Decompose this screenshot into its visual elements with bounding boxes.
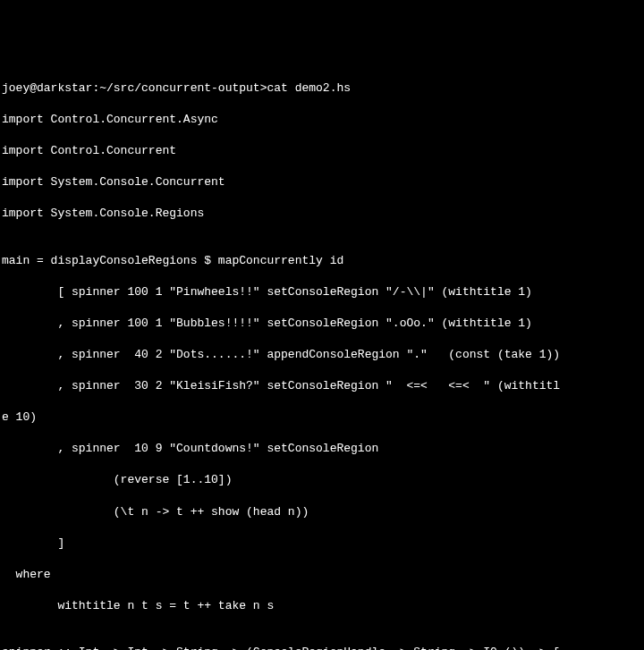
code-line: [ spinner 100 1 "Pinwheels!!" setConsole…	[2, 284, 642, 300]
code-line: (\t n -> t ++ show (head n))	[2, 504, 642, 520]
code-line: import System.Console.Concurrent	[2, 174, 642, 190]
code-line: e 10)	[2, 409, 642, 426]
code-line: import Control.Concurrent.Async	[2, 112, 642, 128]
code-line: , spinner 10 9 "Countdowns!" setConsoleR…	[2, 441, 642, 457]
code-line: main = displayConsoleRegions $ mapConcur…	[2, 253, 642, 269]
terminal-window[interactable]: joey@darkstar:~/src/concurrent-output>ca…	[2, 64, 642, 650]
code-line: , spinner 40 2 "Dots......!" appendConso…	[2, 347, 642, 363]
prompt-line: joey@darkstar:~/src/concurrent-output>ca…	[2, 80, 642, 97]
code-line: withtitle n t s = t ++ take n s	[2, 598, 642, 614]
code-line: import System.Console.Regions	[2, 206, 642, 222]
code-line: where	[2, 567, 642, 583]
code-line: , spinner 30 2 "KleisiFish?" setConsoleR…	[2, 378, 642, 394]
code-line: spinner :: Int -> Int -> String -> (Cons…	[2, 645, 642, 650]
code-line: ]	[2, 536, 642, 552]
code-line: import Control.Concurrent	[2, 143, 642, 159]
code-line: (reverse [1..10])	[2, 472, 642, 488]
code-line: , spinner 100 1 "Bubbles!!!!" setConsole…	[2, 316, 642, 332]
